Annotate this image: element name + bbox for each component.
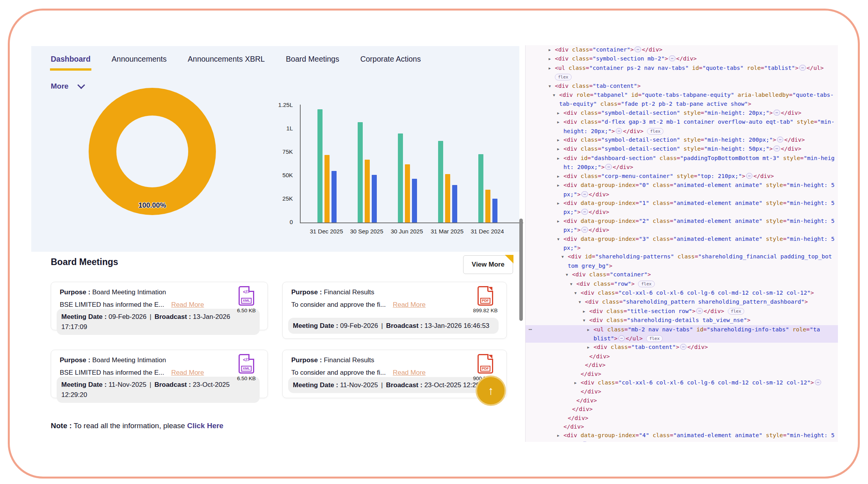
shareholding-donut-chart[interactable]	[89, 88, 216, 215]
devtools-code-line[interactable]: </div>	[526, 370, 838, 378]
expand-arrow-icon[interactable]: ▼	[583, 316, 589, 325]
devtools-code-line[interactable]: ▶<div data-group-index="2" class="animat…	[526, 217, 838, 226]
expand-arrow-icon[interactable]: ▼	[557, 235, 563, 244]
expand-arrow-icon[interactable]: ▶	[557, 118, 563, 126]
devtools-code-line[interactable]: ▶<div data-group-index="0" class="animat…	[526, 181, 838, 190]
bar-series-1[interactable]	[358, 122, 363, 222]
read-more-link[interactable]: Read More	[171, 301, 204, 309]
devtools-code-line[interactable]: ▼<div class="tab-content">	[526, 82, 838, 91]
tab-announcements-xbrl[interactable]: Announcements XBRL	[187, 54, 266, 71]
expand-arrow-icon[interactable]: ▼	[570, 280, 576, 288]
read-more-link[interactable]: Read More	[393, 301, 426, 309]
expand-arrow-icon[interactable]: ▶	[557, 145, 563, 153]
bar-group[interactable]	[438, 141, 457, 222]
devtools-code-line[interactable]: ▶<div class="symbol-detail-section" styl…	[526, 144, 838, 153]
read-more-link[interactable]: Read More	[171, 369, 204, 377]
devtools-code-line[interactable]: ▼<div class="row"> flex	[526, 279, 838, 288]
devtools-selected-line[interactable]: ⋯▶<ul class="mb-2 nav nav-tabs" id="shar…	[526, 325, 838, 334]
devtools-code-line[interactable]: px;">⋯</div>	[526, 440, 838, 442]
devtools-code-line[interactable]: ▶<div class="d-flex gap-3 mt-2 mb-1 cont…	[526, 117, 838, 126]
collapsed-content-icon[interactable]: ⋯	[605, 164, 612, 170]
collapsed-content-icon[interactable]: ⋯	[581, 209, 588, 215]
expand-arrow-icon[interactable]: ▶	[557, 154, 563, 163]
expand-arrow-icon[interactable]: ▶	[557, 181, 563, 190]
collapsed-content-icon[interactable]: ⋯	[777, 137, 784, 142]
expand-arrow-icon[interactable]: ▶	[549, 64, 555, 73]
expand-arrow-icon[interactable]: ▶	[549, 55, 555, 63]
expand-arrow-icon[interactable]: ▶	[549, 46, 555, 54]
bar-group[interactable]	[478, 154, 497, 222]
bar-series-3[interactable]	[412, 179, 417, 222]
devtools-code-line[interactable]: ▶<div class="col-xxl-6 col-xl-6 col-lg-6…	[526, 378, 838, 387]
bar-group[interactable]	[317, 109, 337, 222]
collapsed-content-icon[interactable]: ⋯	[635, 46, 641, 52]
devtools-code-line[interactable]: ▶<div class="title-section row">⋯</div> …	[526, 307, 838, 316]
devtools-code-line[interactable]: height: 20px;">⋯</div> flex	[526, 127, 838, 135]
collapsed-content-icon[interactable]: ⋯	[581, 227, 588, 233]
expand-arrow-icon[interactable]: ▶	[557, 431, 563, 440]
devtools-code-line[interactable]: ▶<div id="dashboard-section" class="padd…	[526, 154, 838, 163]
financials-bar-chart[interactable]	[300, 105, 523, 223]
expand-arrow-icon[interactable]: ▶	[583, 307, 589, 316]
bar-series-2[interactable]	[445, 174, 450, 222]
collapsed-content-icon[interactable]: ⋯	[696, 308, 703, 314]
expand-arrow-icon[interactable]: ▼	[553, 91, 559, 100]
expand-arrow-icon[interactable]: ▼	[561, 253, 568, 261]
bar-series-2[interactable]	[324, 155, 330, 222]
bar-series-3[interactable]	[492, 199, 497, 222]
devtools-code-line[interactable]: tab-equity" class="fade pt-2 pb-2 tab-pa…	[526, 100, 838, 108]
devtools-code-line[interactable]: </div>	[526, 414, 838, 422]
collapsed-content-icon[interactable]: ⋯	[680, 344, 687, 350]
devtools-code-line[interactable]: ht: 200px;">⋯</div>	[526, 163, 838, 171]
attachment-block[interactable]: </>XML 6.50 KB	[232, 354, 261, 381]
devtools-code-line[interactable]: </div>	[526, 396, 838, 405]
collapsed-content-icon[interactable]: ⋯	[669, 55, 676, 61]
click-here-link[interactable]: Click Here	[187, 422, 223, 430]
expand-arrow-icon[interactable]: ▶	[557, 172, 563, 181]
devtools-code-line[interactable]: px;">⋯</div>	[526, 208, 838, 216]
expand-arrow-icon[interactable]: ▶	[574, 379, 581, 387]
devtools-code-line[interactable]: ▼<div id="shareholding-patterns" class="…	[526, 252, 838, 261]
collapsed-content-icon[interactable]: ⋯	[774, 146, 780, 151]
devtools-code-line[interactable]: </div>	[526, 422, 838, 431]
devtools-code-line[interactable]: ▶<div class="symbol-section mb-2">⋯</div…	[526, 54, 838, 63]
board-meeting-card[interactable]: Purpose : Board Meeting Intimation BSE L…	[51, 282, 268, 330]
board-meeting-card[interactable]: Purpose : Financial Results To consider …	[282, 282, 507, 339]
bar-group[interactable]	[398, 133, 417, 222]
bar-series-3[interactable]	[452, 185, 457, 222]
devtools-code-line[interactable]: px;">	[526, 244, 838, 252]
scroll-to-top-button[interactable]: ↑	[476, 375, 506, 406]
devtools-code-line[interactable]: flex	[526, 73, 838, 81]
expand-arrow-icon[interactable]: ▶	[557, 217, 563, 226]
devtools-code-line[interactable]: tom grey_bg">	[526, 262, 838, 270]
collapsed-content-icon[interactable]: ⋯	[581, 441, 588, 442]
devtools-code-line[interactable]: px;">⋯</div>	[526, 226, 838, 234]
bar-series-2[interactable]	[405, 164, 410, 222]
collapsed-content-icon[interactable]: ⋯	[746, 173, 753, 179]
devtools-code-line[interactable]: ▶<div data-group-index="4" class="animat…	[526, 431, 838, 440]
devtools-selected-line[interactable]: blist">⋯</ul> flex	[526, 334, 838, 343]
devtools-code-line[interactable]: </div>	[526, 405, 838, 413]
tab-announcements[interactable]: Announcements	[111, 54, 168, 71]
bar-series-1[interactable]	[317, 109, 323, 222]
expand-arrow-icon[interactable]: ▶	[557, 199, 563, 208]
devtools-code-line[interactable]: ▼<div role="tabpanel" id="quote-tabs-tab…	[526, 91, 838, 100]
devtools-code-line[interactable]: </div>	[526, 387, 838, 396]
attachment-block[interactable]: PDF 899.82 KB	[471, 286, 500, 313]
devtools-code-line[interactable]: ▶<div class="symbol-detail-section" styl…	[526, 109, 838, 117]
expand-arrow-icon[interactable]: ▼	[574, 289, 581, 297]
expand-arrow-icon[interactable]: ▶	[557, 109, 563, 117]
tab-dashboard[interactable]: Dashboard	[50, 54, 91, 71]
bar-series-2[interactable]	[365, 160, 370, 222]
collapsed-content-icon[interactable]: ⋯	[815, 379, 822, 385]
devtools-elements-panel[interactable]: ▶<div class="container">⋯</div>▶<div cla…	[525, 45, 838, 442]
collapsed-content-icon[interactable]: ⋯	[799, 65, 806, 71]
devtools-code-line[interactable]: ▼<div class="col-xxl-6 col-xl-6 col-lg-6…	[526, 288, 838, 297]
devtools-code-line[interactable]: </div>	[526, 352, 838, 361]
devtools-code-line[interactable]: </div>	[526, 361, 838, 369]
page-scrollbar-thumb[interactable]	[519, 219, 523, 321]
collapsed-content-icon[interactable]: ⋯	[581, 191, 588, 197]
gutter-more-actions-icon[interactable]: ⋯	[529, 325, 533, 334]
devtools-code-line[interactable]: ▶<div data-group-index="1" class="animat…	[526, 199, 838, 208]
devtools-code-line[interactable]: ▼<div class="container">	[526, 270, 838, 279]
